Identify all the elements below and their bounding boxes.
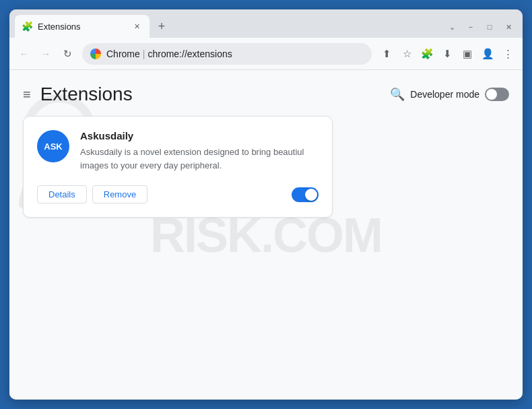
tab-favicon: 🧩 — [22, 21, 32, 32]
hamburger-icon[interactable]: ≡ — [23, 87, 31, 102]
extension-name: Askusdaily — [80, 130, 319, 141]
forward-button[interactable]: → — [36, 44, 55, 63]
developer-mode-label: Developer mode — [410, 89, 479, 100]
maximize-button[interactable]: □ — [481, 20, 498, 34]
bookmark-button[interactable]: ☆ — [397, 44, 416, 63]
puzzle-icon: 🧩 — [22, 21, 33, 32]
extension-card-bottom: Details Remove — [37, 185, 319, 203]
toolbar-actions: ⬆ ☆ 🧩 ⬇ ▣ 👤 ⋮ — [377, 44, 517, 63]
details-button[interactable]: Details — [37, 185, 87, 203]
address-bar[interactable]: Chrome | chrome://extensions — [82, 43, 372, 65]
extension-description: Askusdaily is a novel extension designed… — [80, 146, 319, 172]
browser-toolbar: ← → ↻ Chrome | chrome://extensions ⬆ ☆ 🧩… — [9, 38, 523, 70]
page-content: RISK.COM ≡ Extensions 🔍 Developer mode A… — [9, 70, 523, 400]
extension-enable-toggle[interactable] — [292, 187, 319, 202]
title-bar: 🧩 Extensions ✕ + ⌄ − □ ✕ — [9, 9, 523, 38]
search-icon[interactable]: 🔍 — [390, 87, 405, 102]
remove-button[interactable]: Remove — [92, 185, 147, 203]
address-text: Chrome | chrome://extensions — [106, 49, 232, 59]
extension-icon-text: ASK — [44, 141, 62, 152]
sidebar-button[interactable]: ▣ — [458, 44, 477, 63]
tab-close-button[interactable]: ✕ — [131, 20, 143, 32]
extension-card-container: ASK Askusdaily Askusdaily is a novel ext… — [9, 116, 523, 218]
address-separator: | — [143, 49, 145, 59]
profile-button[interactable]: 👤 — [478, 44, 497, 63]
close-button[interactable]: ✕ — [500, 20, 517, 34]
extensions-button[interactable]: 🧩 — [418, 44, 436, 63]
tab-title: Extensions — [38, 22, 125, 32]
chevron-down-button[interactable]: ⌄ — [443, 20, 461, 34]
extensions-header: ≡ Extensions 🔍 Developer mode — [9, 70, 523, 116]
active-tab: 🧩 Extensions ✕ — [15, 15, 149, 38]
window-controls: ⌄ − □ ✕ — [443, 20, 517, 38]
extension-card: ASK Askusdaily Askusdaily is a novel ext… — [23, 116, 333, 218]
developer-mode-toggle[interactable] — [485, 88, 509, 101]
extension-icon: ASK — [37, 130, 69, 162]
developer-mode-section: 🔍 Developer mode — [390, 87, 509, 102]
url-display: chrome://extensions — [147, 49, 232, 59]
browser-window: 🧩 Extensions ✕ + ⌄ − □ ✕ ← → ↻ Chrome | … — [9, 9, 523, 400]
menu-button[interactable]: ⋮ — [498, 44, 517, 63]
extension-card-top: ASK Askusdaily Askusdaily is a novel ext… — [37, 130, 319, 172]
new-tab-button[interactable]: + — [152, 17, 171, 36]
page-title: Extensions — [40, 84, 391, 105]
back-button[interactable]: ← — [15, 44, 34, 63]
extension-toggle-container — [292, 187, 319, 202]
refresh-button[interactable]: ↻ — [58, 44, 77, 63]
chrome-logo-icon — [90, 49, 101, 59]
download-button[interactable]: ⬇ — [438, 44, 457, 63]
extension-info: Askusdaily Askusdaily is a novel extensi… — [80, 130, 319, 172]
minimize-button[interactable]: − — [462, 20, 479, 34]
browser-name: Chrome — [106, 49, 140, 59]
share-button[interactable]: ⬆ — [377, 44, 396, 63]
